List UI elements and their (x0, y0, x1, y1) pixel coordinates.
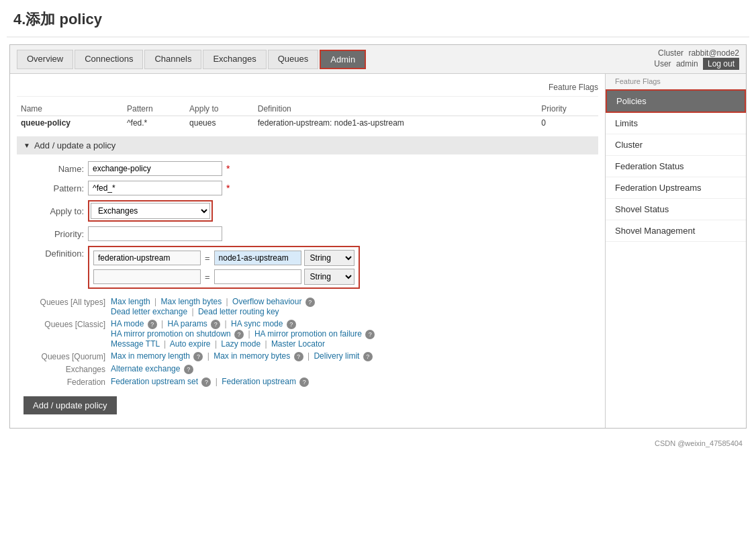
col-applyto: Apply to (185, 102, 254, 116)
hint-overflow[interactable]: Overflow behaviour (232, 297, 301, 306)
rabbitmq-container: Overview Connections Channels Exchanges … (9, 44, 747, 429)
hint-msg-ttl[interactable]: Message TTL (111, 339, 160, 349)
sidebar-item-policies[interactable]: Policies (606, 89, 746, 113)
sep6: | (246, 329, 252, 339)
sidebar-item-shovel-status[interactable]: Shovel Status (606, 199, 746, 220)
pattern-input[interactable] (88, 181, 222, 195)
hint-ha-mirror-failure[interactable]: HA mirror promotion on failure (254, 329, 362, 339)
sidebar-federation-upstreams-label: Federation Upstreams (615, 183, 702, 193)
cluster-name: rabbit@node2 (688, 48, 739, 58)
hint-ha-params[interactable]: HA params (168, 319, 207, 328)
sep2: | (224, 297, 230, 306)
hint-fed-upstream[interactable]: Federation upstream (222, 377, 296, 386)
user-label: User (654, 59, 671, 69)
sidebar-item-shovel-management[interactable]: Shovel Management (606, 220, 746, 242)
hint-lazy-mode[interactable]: Lazy mode (221, 339, 261, 349)
hints-queues-classic: Queues [Classic] HA mode ? | HA params ?… (23, 319, 598, 349)
hint-max-in-memory-bytes-help[interactable]: ? (294, 352, 303, 361)
sidebar-item-federation-status[interactable]: Federation Status (606, 156, 746, 177)
sidebar-item-limits[interactable]: Limits (606, 113, 746, 134)
tab-exchanges[interactable]: Exchanges (203, 50, 266, 69)
hint-alternate-exchange[interactable]: Alternate exchange (111, 364, 180, 373)
hints-links-exchanges: Alternate exchange ? (111, 364, 193, 374)
hint-ha-sync-help[interactable]: ? (287, 320, 296, 329)
def-val2-input[interactable] (214, 269, 301, 284)
hint-ha-sync[interactable]: HA sync mode (231, 319, 283, 328)
hints-federation: Federation Federation upstream set ? | F… (23, 377, 598, 387)
feature-flags-bar: Feature Flags (17, 81, 598, 97)
nav-tabs: Overview Connections Channels Exchanges … (17, 50, 366, 69)
feature-flags-label: Feature Flags (549, 83, 598, 92)
hint-ha-mode[interactable]: HA mode (111, 319, 144, 328)
hint-overflow-help[interactable]: ? (305, 298, 315, 307)
col-name: Name (17, 102, 123, 116)
hints-queues-quorum: Queues [Quorum] Max in memory length ? |… (23, 351, 598, 361)
hint-delivery-limit[interactable]: Delivery limit (314, 351, 359, 361)
def-equals2: = (203, 272, 211, 282)
hint-delivery-limit-help[interactable]: ? (363, 352, 373, 361)
page-header: 4.添加 policy (0, 0, 756, 38)
def-key-input[interactable] (93, 251, 201, 265)
page-title: 4.添加 policy (13, 9, 743, 30)
definition-label: Definition: (23, 249, 84, 259)
hints-cat-quorum: Queues [Quorum] (23, 351, 111, 361)
feature-flags-sidebar-label: Feature Flags (615, 77, 661, 85)
add-policy-button[interactable]: Add / update policy (23, 396, 117, 414)
policy-table: Name Pattern Apply to Definition Priorit… (17, 102, 598, 130)
tab-connections[interactable]: Connections (75, 50, 143, 69)
csdn-footer: CSDN @weixin_47585404 (0, 435, 756, 451)
col-definition: Definition (254, 102, 538, 116)
tab-admin[interactable]: Admin (320, 50, 366, 69)
def-val-input[interactable] (214, 251, 301, 265)
nav-user-info: Cluster rabbit@node2 User admin Log out (654, 48, 739, 70)
hint-ha-params-help[interactable]: ? (211, 320, 220, 329)
def-key2-input[interactable] (93, 269, 201, 284)
sidebar-shovel-management-label: Shovel Management (615, 226, 695, 236)
hints-cat-classic: Queues [Classic] (23, 319, 111, 329)
hint-max-in-memory-length[interactable]: Max in memory length (111, 351, 190, 361)
tab-queues[interactable]: Queues (268, 50, 319, 69)
name-input[interactable] (88, 161, 222, 176)
hint-auto-expire[interactable]: Auto expire (170, 339, 211, 349)
hint-ha-mirror-shutdown-help[interactable]: ? (234, 330, 244, 339)
pattern-row: Pattern: * (23, 181, 598, 195)
tab-channels[interactable]: Channels (144, 50, 201, 69)
hint-max-in-memory-length-help[interactable]: ? (193, 352, 203, 361)
logout-button[interactable]: Log out (703, 58, 739, 70)
hint-ha-mirror-failure-help[interactable]: ? (365, 330, 375, 339)
def-second-row: = String Number Boolean (93, 269, 355, 285)
hint-max-length-bytes[interactable]: Max length bytes (161, 297, 222, 306)
hint-max-length[interactable]: Max length (111, 297, 150, 306)
hints-cat-exchanges: Exchanges (23, 364, 111, 374)
pattern-label: Pattern: (23, 183, 84, 193)
sidebar-item-federation-upstreams[interactable]: Federation Upstreams (606, 177, 746, 199)
sep7: | (162, 339, 168, 349)
def-type2-select[interactable]: String Number Boolean (304, 269, 355, 285)
hint-fed-upstream-help[interactable]: ? (299, 377, 309, 387)
nav-bar: Overview Connections Channels Exchanges … (10, 45, 746, 74)
priority-input[interactable] (88, 226, 222, 241)
policy-form: Name: * Pattern: * Apply to: (23, 161, 598, 289)
user-name: admin (676, 59, 698, 69)
hint-fed-upstream-set-help[interactable]: ? (201, 377, 211, 387)
sidebar-limits-label: Limits (615, 118, 638, 128)
col-pattern: Pattern (123, 102, 185, 116)
hint-dead-letter-ex[interactable]: Dead letter exchange (111, 307, 187, 316)
hint-fed-upstream-set[interactable]: Federation upstream set (111, 377, 198, 386)
hint-max-in-memory-bytes[interactable]: Max in memory bytes (214, 351, 290, 361)
hint-master-locator[interactable]: Master Locator (271, 339, 325, 349)
row-name: queue-policy (17, 116, 123, 130)
row-priority: 0 (537, 116, 598, 130)
hint-ha-mode-help[interactable]: ? (148, 320, 157, 329)
row-applyto: queues (185, 116, 254, 130)
hint-ha-mirror-shutdown[interactable]: HA mirror promotion on shutdown (111, 329, 231, 339)
sidebar-item-cluster[interactable]: Cluster (606, 134, 746, 156)
hints-links-federation: Federation upstream set ? | Federation u… (111, 377, 309, 387)
applyto-select[interactable]: Exchanges Queues All (91, 203, 210, 219)
main-panel: Feature Flags Name Pattern Apply to Defi… (10, 74, 605, 428)
def-type1-select[interactable]: String Number Boolean (304, 250, 355, 266)
hint-alternate-exchange-help[interactable]: ? (184, 365, 193, 374)
hint-dead-letter-key[interactable]: Dead letter routing key (198, 307, 279, 316)
tab-overview[interactable]: Overview (17, 50, 73, 69)
def-equals: = (203, 253, 211, 263)
